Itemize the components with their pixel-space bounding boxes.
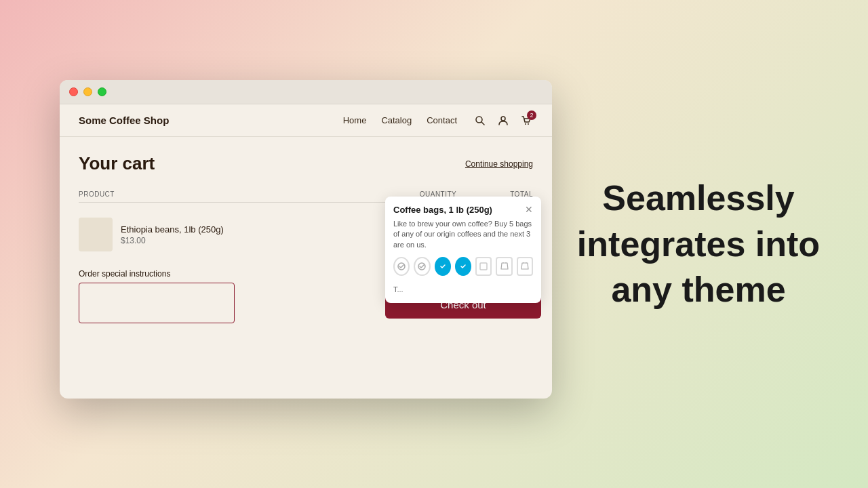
nav-contact[interactable]: Contact bbox=[427, 115, 457, 125]
svg-point-2 bbox=[501, 117, 505, 121]
tooltip-icon-7[interactable] bbox=[517, 257, 533, 276]
tagline-line2: integrates into bbox=[577, 224, 820, 263]
site-logo: Some Coffee Shop bbox=[79, 115, 169, 126]
tooltip-popup: Coffee bags, 1 lb (250g) ✕ Like to brew … bbox=[385, 197, 541, 303]
product-info: Ethiopia beans, 1lb (250g) $13.00 bbox=[121, 224, 388, 245]
search-icon[interactable] bbox=[473, 114, 487, 127]
account-icon[interactable] bbox=[496, 114, 510, 127]
tooltip-subtotal: T... bbox=[393, 285, 403, 293]
product-price: $13.00 bbox=[121, 236, 388, 245]
nav-catalog[interactable]: Catalog bbox=[381, 115, 412, 125]
close-button[interactable] bbox=[69, 87, 78, 96]
tagline-line1: Seamlessly bbox=[602, 178, 794, 218]
browser-window: Some Coffee Shop Home Catalog Contact bbox=[60, 80, 552, 399]
nav-links: Home Catalog Contact bbox=[343, 115, 457, 125]
svg-rect-9 bbox=[480, 263, 487, 270]
tooltip-icon-3[interactable] bbox=[435, 257, 451, 276]
product-image bbox=[79, 218, 113, 251]
instructions-textarea[interactable] bbox=[79, 283, 235, 323]
tooltip-title: Coffee bags, 1 lb (250g) bbox=[393, 205, 492, 215]
cart-header: Your cart Continue shopping bbox=[79, 153, 533, 174]
minimize-button[interactable] bbox=[83, 87, 92, 96]
maximize-button[interactable] bbox=[98, 87, 106, 96]
tooltip-text: Like to brew your own coffee? Buy 5 bags… bbox=[393, 219, 533, 250]
svg-point-4 bbox=[528, 123, 529, 125]
cart-icon[interactable]: 2 bbox=[519, 114, 533, 127]
continue-shopping-link[interactable]: Continue shopping bbox=[465, 159, 533, 169]
svg-point-3 bbox=[525, 123, 526, 125]
tooltip-icon-4[interactable] bbox=[455, 257, 471, 276]
tooltip-close-button[interactable]: ✕ bbox=[525, 205, 533, 214]
nav-icons: 2 bbox=[473, 114, 533, 127]
cart-title: Your cart bbox=[79, 153, 155, 174]
tooltip-icon-1[interactable] bbox=[393, 257, 410, 276]
tooltip-icon-2[interactable] bbox=[414, 257, 430, 276]
cart-badge: 2 bbox=[527, 110, 536, 120]
tooltip-icons bbox=[393, 257, 533, 276]
tooltip-header: Coffee bags, 1 lb (250g) ✕ bbox=[393, 205, 533, 215]
tooltip-icon-6[interactable] bbox=[496, 257, 512, 276]
page-content: Your cart Continue shopping PRODUCT QUAN… bbox=[60, 137, 552, 342]
navbar: Some Coffee Shop Home Catalog Contact bbox=[60, 104, 552, 137]
nav-home[interactable]: Home bbox=[343, 115, 367, 125]
tagline-line3: any theme bbox=[611, 270, 785, 309]
product-name: Ethiopia beans, 1lb (250g) bbox=[121, 224, 388, 235]
svg-line-1 bbox=[481, 122, 484, 125]
tooltip-icon-5[interactable] bbox=[475, 257, 492, 276]
tagline-text: Seamlessly integrates into any theme bbox=[570, 176, 827, 313]
title-bar bbox=[60, 80, 552, 104]
col-product-header: PRODUCT bbox=[79, 190, 397, 198]
